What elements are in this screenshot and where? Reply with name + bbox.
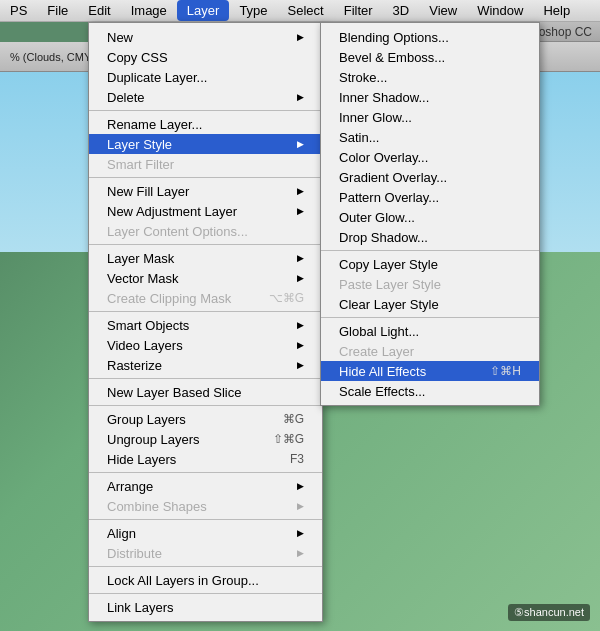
layer-menu[interactable]: New Copy CSS Duplicate Layer... Delete R…	[88, 22, 323, 622]
menu-item-rename-layer[interactable]: Rename Layer...	[89, 114, 322, 134]
menu-item-inner-glow[interactable]: Inner Glow...	[321, 107, 539, 127]
menu-item-copy-layer-style[interactable]: Copy Layer Style	[321, 254, 539, 274]
menu-item-link-layers[interactable]: Link Layers	[89, 597, 322, 617]
menubar-filter[interactable]: Filter	[334, 0, 383, 21]
menu-item-smart-filter[interactable]: Smart Filter	[89, 154, 322, 174]
menubar-help[interactable]: Help	[533, 0, 580, 21]
watermark: ⑤shancun.net	[508, 604, 590, 621]
menu-item-scale-effects[interactable]: Scale Effects...	[321, 381, 539, 401]
layer-info: % (Clouds, CMY	[4, 50, 97, 64]
menubar-3d[interactable]: 3D	[383, 0, 420, 21]
menubar-view[interactable]: View	[419, 0, 467, 21]
menu-item-stroke[interactable]: Stroke...	[321, 67, 539, 87]
menu-item-new-adjustment-layer[interactable]: New Adjustment Layer	[89, 201, 322, 221]
menu-item-create-layer[interactable]: Create Layer	[321, 341, 539, 361]
sep-9	[89, 566, 322, 567]
sep-5	[89, 378, 322, 379]
menu-item-ungroup-layers[interactable]: Ungroup Layers ⇧⌘G	[89, 429, 322, 449]
menu-item-align[interactable]: Align	[89, 523, 322, 543]
menubar-ps[interactable]: PS	[0, 0, 37, 21]
menu-item-new-layer-slice[interactable]: New Layer Based Slice	[89, 382, 322, 402]
menu-item-hide-all-effects[interactable]: Hide All Effects ⇧⌘H	[321, 361, 539, 381]
menubar: PS File Edit Image Layer Type Select Fil…	[0, 0, 600, 22]
menu-item-bevel-emboss[interactable]: Bevel & Emboss...	[321, 47, 539, 67]
menu-item-outer-glow[interactable]: Outer Glow...	[321, 207, 539, 227]
menu-item-video-layers[interactable]: Video Layers	[89, 335, 322, 355]
menu-item-delete[interactable]: Delete	[89, 87, 322, 107]
menu-item-combine-shapes[interactable]: Combine Shapes	[89, 496, 322, 516]
sep-ls-1	[321, 250, 539, 251]
menu-item-distribute[interactable]: Distribute	[89, 543, 322, 563]
menu-item-duplicate-layer[interactable]: Duplicate Layer...	[89, 67, 322, 87]
menu-item-drop-shadow[interactable]: Drop Shadow...	[321, 227, 539, 247]
menu-item-gradient-overlay[interactable]: Gradient Overlay...	[321, 167, 539, 187]
menu-item-new-fill-layer[interactable]: New Fill Layer	[89, 181, 322, 201]
menu-item-hide-layers[interactable]: Hide Layers F3	[89, 449, 322, 469]
menubar-image[interactable]: Image	[121, 0, 177, 21]
sep-8	[89, 519, 322, 520]
menu-item-inner-shadow[interactable]: Inner Shadow...	[321, 87, 539, 107]
menu-item-blending-options[interactable]: Blending Options...	[321, 27, 539, 47]
menubar-layer[interactable]: Layer	[177, 0, 230, 21]
sep-7	[89, 472, 322, 473]
menu-item-satin[interactable]: Satin...	[321, 127, 539, 147]
sep-6	[89, 405, 322, 406]
menubar-file[interactable]: File	[37, 0, 78, 21]
sep-2	[89, 177, 322, 178]
sep-3	[89, 244, 322, 245]
menu-item-pattern-overlay[interactable]: Pattern Overlay...	[321, 187, 539, 207]
menubar-window[interactable]: Window	[467, 0, 533, 21]
menu-item-paste-layer-style[interactable]: Paste Layer Style	[321, 274, 539, 294]
menubar-type[interactable]: Type	[229, 0, 277, 21]
menubar-select[interactable]: Select	[278, 0, 334, 21]
sep-4	[89, 311, 322, 312]
menu-item-arrange[interactable]: Arrange	[89, 476, 322, 496]
layer-style-menu[interactable]: Blending Options... Bevel & Emboss... St…	[320, 22, 540, 406]
menu-item-layer-content-options[interactable]: Layer Content Options...	[89, 221, 322, 241]
menu-item-global-light[interactable]: Global Light...	[321, 321, 539, 341]
menu-item-new[interactable]: New	[89, 27, 322, 47]
menu-item-layer-mask[interactable]: Layer Mask	[89, 248, 322, 268]
menu-item-smart-objects[interactable]: Smart Objects	[89, 315, 322, 335]
menu-item-clear-layer-style[interactable]: Clear Layer Style	[321, 294, 539, 314]
menu-item-group-layers[interactable]: Group Layers ⌘G	[89, 409, 322, 429]
menu-item-clipping-mask[interactable]: Create Clipping Mask ⌥⌘G	[89, 288, 322, 308]
menu-item-rasterize[interactable]: Rasterize	[89, 355, 322, 375]
menu-item-lock-all-layers[interactable]: Lock All Layers in Group...	[89, 570, 322, 590]
menu-item-color-overlay[interactable]: Color Overlay...	[321, 147, 539, 167]
sep-ls-2	[321, 317, 539, 318]
sep-1	[89, 110, 322, 111]
menubar-edit[interactable]: Edit	[78, 0, 120, 21]
menu-item-vector-mask[interactable]: Vector Mask	[89, 268, 322, 288]
menu-item-copy-css[interactable]: Copy CSS	[89, 47, 322, 67]
sep-10	[89, 593, 322, 594]
menu-item-layer-style[interactable]: Layer Style	[89, 134, 322, 154]
